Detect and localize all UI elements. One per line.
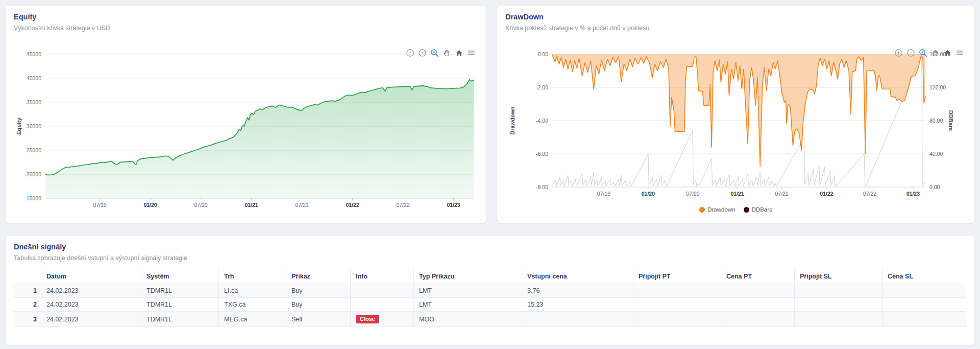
drawdown-chart-legend: DrawdownDDBars (505, 206, 966, 213)
table-cell: MOO (414, 312, 522, 327)
svg-text:45000: 45000 (27, 51, 41, 57)
svg-text:07/19: 07/19 (93, 202, 106, 208)
zoom-area-icon[interactable] (430, 49, 439, 57)
table-cell (522, 312, 633, 327)
table-cell: TDMR1L (141, 298, 219, 312)
close-badge[interactable]: Close (356, 315, 379, 323)
svg-text:80.00: 80.00 (929, 118, 943, 124)
table-cell: LMT (414, 284, 522, 298)
svg-text:01/20: 01/20 (143, 202, 157, 208)
table-cell (795, 298, 883, 312)
table-cell: Buy (286, 298, 351, 312)
signals-card: Dnešní signály Tabulka zobrazuje dnešní … (5, 235, 975, 345)
legend-item-ddbars[interactable]: DDBars (744, 206, 772, 213)
table-cell: LI.ca (219, 284, 286, 298)
legend-label: DDBars (752, 206, 772, 213)
signals-card-title: Dnešní signály (14, 243, 966, 251)
equity-card-subtitle: Výkonostní křivka strategie v USD (14, 25, 478, 32)
svg-text:0.00: 0.00 (538, 51, 549, 57)
legend-dot (744, 207, 749, 213)
reset-home-icon[interactable] (943, 49, 952, 57)
table-cell: TDMR1L (141, 312, 219, 327)
zoom-out-icon[interactable] (418, 49, 427, 57)
menu-icon[interactable] (955, 49, 964, 57)
svg-text:-4.00: -4.00 (536, 118, 548, 124)
equity-chart-toolbar (406, 49, 476, 57)
table-cell (883, 284, 966, 298)
svg-text:DDBars: DDBars (948, 110, 954, 131)
svg-text:Drawdown: Drawdown (509, 106, 516, 135)
table-cell (795, 284, 883, 298)
svg-text:35000: 35000 (27, 99, 41, 105)
column-header-info: Info (351, 269, 414, 284)
svg-text:40000: 40000 (27, 75, 41, 81)
column-header-vstupní-cena: Vstupní cena (522, 269, 633, 284)
pan-hand-icon[interactable] (443, 49, 451, 57)
svg-text:120.00: 120.00 (929, 84, 946, 90)
svg-text:01/23: 01/23 (906, 191, 920, 197)
drawdown-chart[interactable]: 0.00-2.00-4.00-6.00-8.00160.00120.0080.0… (505, 47, 967, 205)
svg-text:-6.00: -6.00 (536, 151, 548, 157)
table-cell: LMT (414, 298, 522, 312)
table-cell: Close (351, 312, 414, 327)
table-cell: 24.02.2023 (41, 284, 141, 298)
svg-text:07/19: 07/19 (597, 191, 610, 197)
legend-dot (699, 207, 705, 213)
column-header-systém: Systém (141, 269, 219, 284)
column-header-příkaz: Příkaz (286, 269, 351, 284)
menu-icon[interactable] (467, 49, 476, 57)
row-index: 1 (14, 284, 41, 298)
table-cell (633, 312, 721, 327)
drawdown-card: DrawDown Křivka poklesů strategie v % a … (497, 5, 975, 223)
column-header-cena-pt: Cena PT (721, 269, 795, 284)
table-cell (633, 298, 721, 312)
equity-card: Equity Výkonostní křivka strategie v USD… (5, 5, 486, 223)
zoom-in-icon[interactable] (894, 49, 903, 57)
table-row[interactable]: 124.02.2023TDMR1LLI.caBuyLMT3.76 (14, 284, 966, 298)
table-cell: MEG.ca (219, 312, 286, 327)
svg-text:-2.00: -2.00 (536, 84, 548, 90)
svg-text:20000: 20000 (27, 171, 41, 177)
table-row[interactable]: 224.02.2023TDMR1LTXG.caBuyLMT15.23 (14, 298, 966, 312)
column-header-připojit-pt: Připojit PT (633, 269, 721, 284)
page: { "colors":{ "accent_green":"#2da44c", "… (0, 0, 980, 349)
svg-text:40.00: 40.00 (929, 151, 943, 157)
zoom-in-icon[interactable] (406, 49, 414, 57)
column-header-trh: Trh (219, 269, 286, 284)
zoom-out-icon[interactable] (906, 49, 915, 57)
svg-text:0.00: 0.00 (929, 184, 940, 190)
table-cell: TXG.ca (219, 298, 286, 312)
zoom-area-icon[interactable] (919, 49, 927, 57)
svg-text:01/22: 01/22 (820, 191, 833, 197)
svg-text:-8.00: -8.00 (536, 184, 548, 190)
svg-text:07/22: 07/22 (396, 202, 409, 208)
drawdown-card-title: DrawDown (505, 13, 966, 21)
table-cell: Buy (286, 284, 351, 298)
table-cell: Sell (286, 312, 351, 327)
reset-home-icon[interactable] (455, 49, 463, 57)
svg-text:01/21: 01/21 (244, 202, 258, 208)
svg-text:07/22: 07/22 (863, 191, 876, 197)
table-cell (633, 284, 721, 298)
column-header-index (14, 269, 41, 284)
svg-text:15000: 15000 (27, 195, 41, 201)
signals-card-subtitle: Tabulka zobrazuje dnešní vstupní a výstu… (14, 254, 966, 262)
signals-table: DatumSystémTrhPříkazInfoTyp PříkazuVstup… (14, 269, 966, 327)
table-header-row: DatumSystémTrhPříkazInfoTyp PříkazuVstup… (14, 269, 966, 284)
table-cell (883, 312, 966, 327)
charts-row: Equity Výkonostní křivka strategie v USD… (5, 5, 975, 223)
pan-hand-icon[interactable] (931, 49, 940, 57)
table-cell: TDMR1L (141, 284, 219, 298)
column-header-cena-sl: Cena SL (883, 269, 966, 284)
svg-text:07/20: 07/20 (194, 202, 207, 208)
svg-text:07/20: 07/20 (686, 191, 699, 197)
svg-text:01/20: 01/20 (642, 191, 655, 197)
legend-item-drawdown[interactable]: Drawdown (699, 206, 735, 213)
svg-text:25000: 25000 (27, 147, 41, 153)
legend-label: Drawdown (707, 206, 735, 213)
equity-chart[interactable]: 4500040000350003000025000200001500007/19… (14, 47, 479, 217)
table-row[interactable]: 324.02.2023TDMR1LMEG.caSellCloseMOO (14, 312, 966, 327)
table-cell (721, 284, 795, 298)
drawdown-card-subtitle: Křivka poklesů strategie v % a počet dnů… (505, 25, 966, 32)
table-cell: 24.02.2023 (41, 298, 141, 312)
